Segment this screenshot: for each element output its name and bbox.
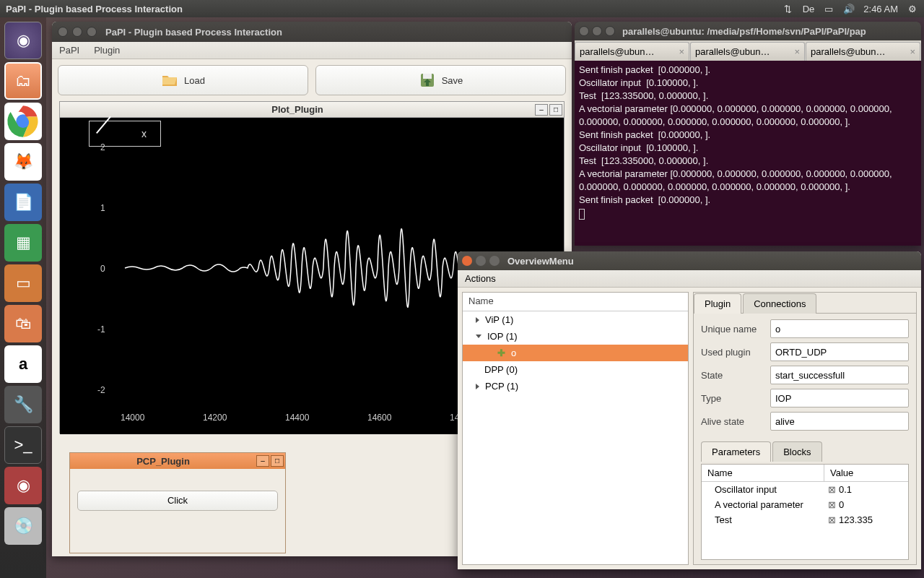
plot-titlebar[interactable]: Plot_Plugin – □ bbox=[60, 102, 564, 118]
input-unique-name[interactable] bbox=[770, 319, 909, 338]
keyboard-indicator[interactable]: De bbox=[803, 4, 815, 14]
maximize-icon[interactable] bbox=[605, 26, 615, 36]
tree-item-o[interactable]: ✚o bbox=[463, 345, 688, 361]
settings-icon[interactable]: 🔧 bbox=[4, 386, 42, 423]
minimize-icon[interactable] bbox=[72, 27, 82, 37]
label-used-plugin: Used plugin bbox=[701, 347, 766, 358]
calc-icon[interactable]: ▦ bbox=[4, 224, 42, 262]
disk-icon[interactable]: 💿 bbox=[4, 507, 42, 545]
terminal-titlebar[interactable]: parallels@ubuntu: /media/psf/Home/svn/Pa… bbox=[575, 22, 921, 40]
input-type[interactable] bbox=[770, 389, 909, 407]
tab-parameters[interactable]: Parameters bbox=[701, 441, 771, 462]
amazon-icon[interactable]: a bbox=[4, 345, 42, 383]
plot-maximize-icon[interactable]: □ bbox=[549, 104, 562, 116]
terminal-tabs: parallels@ubun…× parallels@ubun…× parall… bbox=[575, 40, 921, 61]
col-name[interactable]: Name bbox=[702, 465, 824, 481]
tab-plugin[interactable]: Plugin bbox=[694, 293, 741, 314]
close-tab-icon[interactable]: × bbox=[910, 46, 915, 57]
label-unique-name: Unique name bbox=[701, 324, 766, 335]
close-icon[interactable] bbox=[58, 27, 68, 37]
dash-icon[interactable]: ◉ bbox=[4, 22, 42, 59]
click-button[interactable]: Click bbox=[77, 491, 278, 511]
tree-item-pcp[interactable]: PCP (1) bbox=[463, 378, 688, 394]
parameters-table: Name Value Oscillator input⊠0.1 A vector… bbox=[701, 464, 909, 560]
minimize-icon[interactable] bbox=[476, 256, 486, 266]
load-button[interactable]: Load bbox=[58, 65, 308, 95]
ytick: 1 bbox=[100, 203, 105, 213]
software-center-icon[interactable]: 🛍 bbox=[4, 305, 42, 342]
edit-icon[interactable]: ⊠ bbox=[824, 499, 839, 510]
terminal-tab[interactable]: parallels@ubun…× bbox=[806, 42, 920, 61]
expand-icon[interactable] bbox=[476, 384, 479, 389]
maximize-icon[interactable] bbox=[489, 256, 500, 266]
close-icon[interactable] bbox=[579, 26, 589, 36]
overview-details: Plugin Connections Unique name Used plug… bbox=[693, 292, 917, 565]
folder-open-icon bbox=[161, 72, 178, 89]
expand-icon[interactable] bbox=[476, 317, 479, 323]
pcp-maximize-icon[interactable]: □ bbox=[271, 455, 284, 467]
gear-icon[interactable]: ⚙ bbox=[907, 3, 918, 14]
terminal-title: parallels@ubuntu: /media/psf/Home/svn/Pa… bbox=[622, 26, 866, 37]
app-icon[interactable]: ◉ bbox=[4, 467, 42, 504]
save-icon bbox=[419, 72, 436, 89]
plot-minimize-icon[interactable]: – bbox=[535, 104, 548, 116]
menu-actions[interactable]: Actions bbox=[465, 273, 496, 284]
edit-icon[interactable]: ⊠ bbox=[824, 514, 839, 525]
system-menubar: PaPI - Plugin based Process Interaction … bbox=[0, 0, 924, 17]
collapse-icon[interactable] bbox=[476, 335, 481, 338]
menu-plugin[interactable]: Plugin bbox=[94, 45, 120, 56]
close-tab-icon[interactable]: × bbox=[794, 46, 800, 57]
files-icon[interactable]: 🗂 bbox=[4, 62, 42, 100]
overview-menubar: Actions bbox=[458, 270, 921, 288]
menu-papi[interactable]: PaPI bbox=[59, 45, 79, 56]
close-icon[interactable] bbox=[462, 256, 472, 266]
tab-connections[interactable]: Connections bbox=[743, 293, 816, 314]
param-row[interactable]: A vectorial parameter⊠0 bbox=[702, 497, 908, 512]
overview-title: OverviewMenu bbox=[507, 256, 574, 267]
battery-icon[interactable]: ▭ bbox=[823, 3, 834, 14]
param-header: Name Value bbox=[702, 465, 908, 482]
tree-item-vip[interactable]: ViP (1) bbox=[463, 311, 688, 328]
param-row[interactable]: Test⊠123.335 bbox=[702, 512, 908, 527]
clock[interactable]: 2:46 AM bbox=[863, 4, 898, 14]
close-tab-icon[interactable]: × bbox=[679, 46, 684, 57]
terminal-tab[interactable]: parallels@ubun…× bbox=[575, 42, 689, 61]
terminal-icon[interactable]: >_ bbox=[4, 426, 42, 464]
impress-icon[interactable]: ▭ bbox=[4, 264, 42, 302]
volume-icon[interactable]: 🔊 bbox=[843, 3, 855, 14]
firefox-icon[interactable]: 🦊 bbox=[4, 143, 42, 181]
input-used-plugin[interactable] bbox=[770, 342, 909, 361]
papi-title: PaPI - Plugin based Process Interaction bbox=[105, 27, 282, 38]
terminal-output[interactable]: Sent finish packet [0.000000, ]. Oscilla… bbox=[575, 61, 921, 223]
writer-icon[interactable]: 📄 bbox=[4, 184, 42, 221]
terminal-tab[interactable]: parallels@ubun…× bbox=[690, 42, 805, 61]
pcp-subwindow: PCP_Plugin – □ Click bbox=[69, 452, 286, 553]
papi-titlebar[interactable]: PaPI - Plugin based Process Interaction bbox=[52, 22, 572, 42]
overview-titlebar[interactable]: OverviewMenu bbox=[458, 251, 921, 270]
tree-item-iop[interactable]: IOP (1) bbox=[463, 328, 688, 345]
input-alive-state[interactable] bbox=[770, 412, 909, 431]
label-state: State bbox=[701, 370, 766, 381]
minimize-icon[interactable] bbox=[592, 26, 602, 36]
network-icon[interactable]: ⇅ bbox=[783, 3, 794, 14]
input-state[interactable] bbox=[770, 366, 909, 384]
pcp-titlebar[interactable]: PCP_Plugin – □ bbox=[70, 453, 285, 469]
maximize-icon[interactable] bbox=[87, 27, 97, 37]
chrome-icon[interactable] bbox=[4, 103, 42, 140]
save-button[interactable]: Save bbox=[315, 65, 566, 95]
system-tray: ⇅ De ▭ 🔊 2:46 AM ⚙ bbox=[783, 3, 918, 14]
plot-title: Plot_Plugin bbox=[60, 104, 535, 115]
tab-blocks[interactable]: Blocks bbox=[772, 441, 821, 462]
ytick: 2 bbox=[100, 142, 105, 152]
tree-item-dpp[interactable]: DPP (0) bbox=[463, 361, 688, 378]
ytick: -2 bbox=[97, 385, 105, 395]
pcp-title: PCP_Plugin bbox=[70, 456, 256, 467]
edit-icon[interactable]: ⊠ bbox=[824, 484, 839, 495]
tree-header[interactable]: Name bbox=[463, 293, 688, 311]
terminal-window: parallels@ubuntu: /media/psf/Home/svn/Pa… bbox=[575, 22, 921, 246]
col-value[interactable]: Value bbox=[824, 465, 859, 481]
pcp-minimize-icon[interactable]: – bbox=[256, 455, 269, 467]
plugin-form: Unique name Used plugin State Type Alive… bbox=[694, 314, 916, 436]
param-row[interactable]: Oscillator input⊠0.1 bbox=[702, 482, 908, 497]
xtick: 14400 bbox=[285, 413, 309, 423]
